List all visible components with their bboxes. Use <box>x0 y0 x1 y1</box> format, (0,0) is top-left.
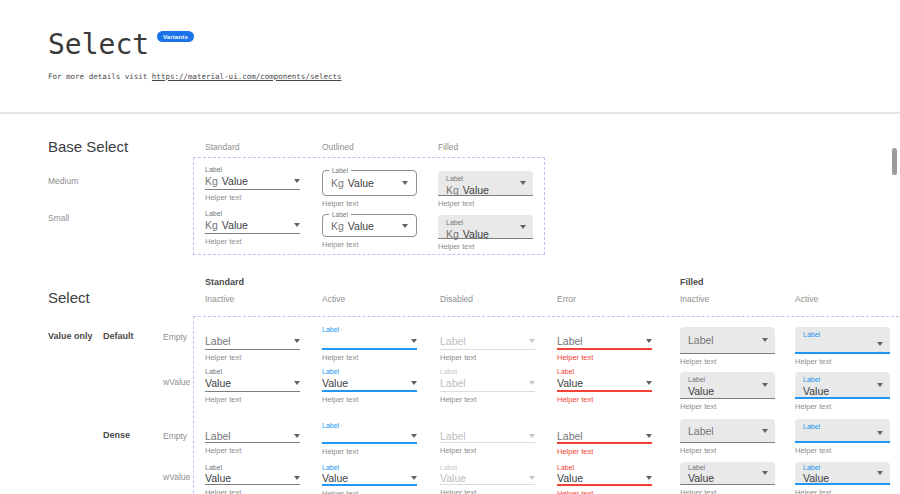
helper-text: Helper text <box>557 447 652 456</box>
field-label: Label <box>803 464 882 472</box>
select-standard-active-empty[interactable]: Label Helper text <box>322 325 417 362</box>
field-label: Label <box>205 463 300 472</box>
dropdown-caret-icon <box>411 381 417 385</box>
column-header-filled: Filled <box>438 142 458 152</box>
dropdown-caret-icon <box>411 476 417 480</box>
helper-text: Helper text <box>557 395 652 404</box>
helper-text: Helper text <box>440 395 535 404</box>
dropdown-caret-icon <box>520 225 526 229</box>
helper-text: Helper text <box>205 193 300 202</box>
dropdown-caret-icon <box>762 383 768 387</box>
field-label: Label <box>688 375 767 384</box>
select-standard-inactive-wvalue[interactable]: Label Value Helper text <box>205 367 300 404</box>
dropdown-caret-icon <box>294 434 300 438</box>
helper-text: Helper text <box>557 353 652 362</box>
field-label: Label <box>557 463 652 472</box>
field-value: Value <box>222 219 248 231</box>
field-placeholder: Label <box>688 334 714 346</box>
helper-text: Helper text <box>438 199 533 208</box>
row-header-medium: Medium <box>48 176 78 186</box>
field-label: Label <box>803 330 882 339</box>
field-label: Label <box>446 218 525 227</box>
field-label: Label <box>803 375 882 384</box>
dropdown-caret-icon <box>877 342 883 346</box>
dropdown-caret-icon <box>529 434 535 438</box>
vertical-scrollbar-thumb[interactable] <box>892 148 897 175</box>
field-label: Label <box>440 463 535 472</box>
field-label: Label <box>688 464 767 472</box>
dropdown-caret-icon <box>294 339 300 343</box>
row-header-dense: Dense <box>103 430 130 440</box>
dropdown-caret-icon <box>294 476 300 480</box>
field-label: Label <box>205 165 300 174</box>
field-label: Label <box>446 174 525 183</box>
field-value: Value <box>688 472 767 484</box>
base-outlined-small-select[interactable]: LabelKgValue Helper text <box>322 214 417 249</box>
group-header-standard: Standard <box>205 277 244 287</box>
helper-text: Helper text <box>438 242 533 251</box>
field-value: Value <box>557 472 583 484</box>
base-outlined-medium-select[interactable]: LabelKgValue Helper text <box>322 170 417 208</box>
state-header-disabled: Disabled <box>440 294 473 304</box>
field-placeholder: Label <box>205 335 231 347</box>
select-standard-error-wvalue[interactable]: Label Value Helper text <box>557 367 652 404</box>
select-dense-inactive-empty[interactable]: Label Helper text <box>205 430 300 455</box>
dropdown-caret-icon <box>411 434 417 438</box>
helper-text: Helper text <box>795 402 890 411</box>
base-standard-medium-select[interactable]: Label KgValue Helper text <box>205 165 300 202</box>
select-filled-active-wvalue[interactable]: LabelValue Helper text <box>795 372 890 411</box>
select-standard-disabled-wvalue: Label Label Helper text <box>440 367 535 404</box>
select-filled-inactive-empty[interactable]: Label Helper text <box>680 327 775 366</box>
base-standard-small-select[interactable]: Label KgValue Helper text <box>205 209 300 246</box>
select-dense-error-empty[interactable]: Label Helper text <box>557 430 652 456</box>
helper-text: Helper text <box>795 446 890 455</box>
row-header-default: Default <box>103 331 134 341</box>
field-adornment: Kg <box>205 219 218 231</box>
helper-text: Helper text <box>322 240 417 249</box>
material-ui-link[interactable]: https://material-ui.com/components/selec… <box>152 72 342 81</box>
field-label: Label <box>322 367 417 376</box>
dropdown-caret-icon <box>646 339 652 343</box>
details-line: For more details visit https://material-… <box>48 72 342 81</box>
select-standard-active-wvalue[interactable]: Label Value Helper text <box>322 367 417 404</box>
select-filled-dense-active-empty[interactable]: Label Helper text <box>795 419 890 455</box>
helper-text: Helper text <box>205 237 300 246</box>
helper-text: Helper text <box>680 402 775 411</box>
select-filled-active-empty[interactable]: Label Helper text <box>795 327 890 366</box>
field-adornment: Kg <box>331 220 344 232</box>
field-adornment: Kg <box>446 184 459 196</box>
select-dense-disabled-wvalue: Label Value Helper text <box>440 463 535 494</box>
field-value: Value <box>803 385 882 397</box>
select-filled-dense-active-wvalue[interactable]: LabelValue Helper text <box>795 462 890 494</box>
select-dense-disabled-empty: Label Helper text <box>440 430 535 455</box>
select-filled-inactive-wvalue[interactable]: LabelValue Helper text <box>680 372 775 411</box>
helper-text: Helper text <box>680 357 775 366</box>
select-dense-error-wvalue[interactable]: Label Value Helper text <box>557 463 652 494</box>
helper-text: Helper text <box>205 353 300 362</box>
dropdown-caret-icon <box>762 471 768 475</box>
select-filled-dense-inactive-wvalue[interactable]: LabelValue Helper text <box>680 462 775 494</box>
field-value: Value <box>348 177 374 189</box>
dropdown-caret-icon <box>762 338 768 342</box>
base-filled-medium-select[interactable]: Label KgValue Helper text <box>438 171 533 208</box>
dropdown-caret-icon <box>411 339 417 343</box>
select-dense-active-empty[interactable]: Label Helper text <box>322 421 417 456</box>
field-label: Label <box>205 209 300 218</box>
select-dense-inactive-wvalue[interactable]: Label Value Helper text <box>205 463 300 494</box>
helper-text: Helper text <box>322 199 417 208</box>
select-filled-dense-inactive-empty[interactable]: Label Helper text <box>680 419 775 455</box>
group-header-filled: Filled <box>680 277 704 287</box>
field-value: Value <box>557 377 583 389</box>
state-header-filled-inactive: Inactive <box>680 294 709 304</box>
select-standard-inactive-empty[interactable]: Label Helper text <box>205 334 300 362</box>
helper-text: Helper text <box>440 446 535 455</box>
field-label: Label <box>322 463 417 472</box>
helper-text: Helper text <box>440 353 535 362</box>
dropdown-caret-icon <box>402 181 408 185</box>
state-header-inactive: Inactive <box>205 294 234 304</box>
field-value: Value <box>322 377 348 389</box>
base-filled-small-select[interactable]: Label KgValue Helper text <box>438 215 533 251</box>
select-dense-active-wvalue[interactable]: Label Value Helper text <box>322 463 417 494</box>
helper-text: Helper text <box>440 488 535 494</box>
select-standard-error-empty[interactable]: Label Helper text <box>557 334 652 362</box>
